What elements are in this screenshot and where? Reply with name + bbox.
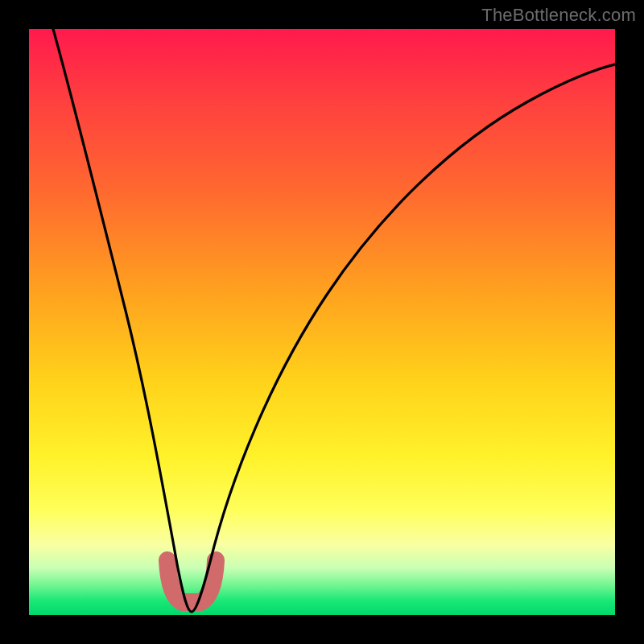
chart-frame: TheBottleneck.com [0, 0, 644, 644]
plot-area [29, 29, 615, 615]
bottleneck-curve [53, 29, 615, 612]
watermark-text: TheBottleneck.com [481, 5, 636, 26]
curve-layer [29, 29, 615, 615]
